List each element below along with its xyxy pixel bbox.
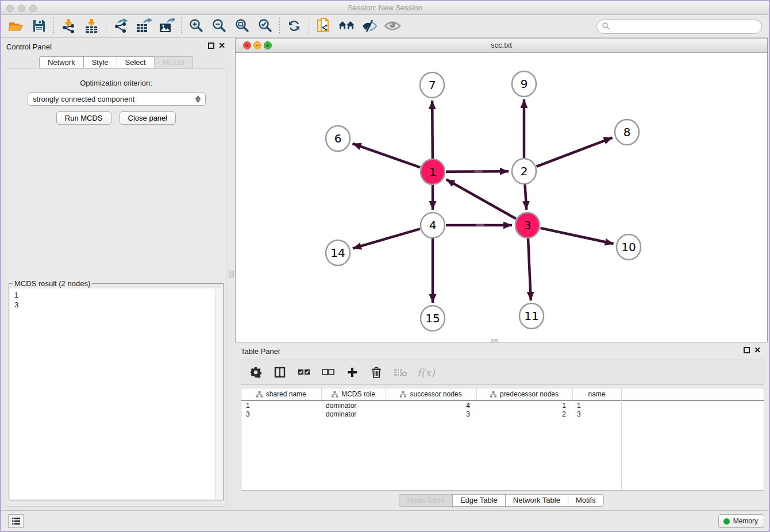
graph-edge-3-1[interactable]: [446, 179, 516, 218]
graph-node-1[interactable]: 1: [421, 159, 445, 184]
zoom-fit-icon: [234, 18, 249, 35]
zoom-out-button[interactable]: [207, 17, 230, 36]
refresh-button[interactable]: [283, 17, 306, 36]
export-table-button[interactable]: [132, 17, 155, 36]
graph-edge-2-3[interactable]: [525, 184, 526, 210]
graph-node-8[interactable]: 8: [615, 119, 639, 145]
export-image-icon: [159, 18, 175, 35]
vertical-splitter-handle[interactable]: [229, 271, 234, 277]
graph-node-14[interactable]: 14: [326, 240, 350, 265]
dropdown-stepper-icon: [195, 95, 201, 103]
function-builder-button[interactable]: f(x): [417, 367, 435, 379]
create-column-button[interactable]: [345, 365, 360, 380]
graph-node-2[interactable]: 2: [512, 159, 536, 184]
tab-edge-table[interactable]: Edge Table: [452, 494, 506, 507]
tab-select[interactable]: Select: [117, 56, 155, 68]
tree-icon: [490, 391, 496, 398]
tree-icon: [256, 391, 263, 398]
graph-node-4[interactable]: 4: [421, 213, 445, 238]
tab-network[interactable]: Network: [39, 56, 84, 68]
graph-node-3[interactable]: 3: [515, 213, 540, 238]
home-button[interactable]: [335, 17, 358, 36]
tab-network-table[interactable]: Network Table: [505, 494, 568, 507]
graph-node-7[interactable]: 7: [420, 72, 444, 98]
float-panel-icon[interactable]: [208, 43, 214, 49]
node-label: 14: [330, 246, 345, 260]
graph-node-10[interactable]: 10: [617, 234, 641, 260]
result-item[interactable]: 1: [14, 290, 222, 300]
table-header-row: shared nameMCDS rolesuccessor nodesprede…: [241, 388, 764, 400]
tab-node-table[interactable]: Node Table: [399, 494, 453, 507]
memory-label: Memory: [733, 517, 758, 525]
tab-mcds[interactable]: MCDS: [154, 56, 193, 68]
table-tabs: Node Table Edge Table Network Table Moti…: [235, 494, 768, 507]
control-panel-title: Control Panel: [6, 43, 52, 51]
open-session-button[interactable]: [5, 17, 28, 36]
export-network-icon: [113, 18, 128, 35]
zoom-in-icon: [188, 18, 203, 35]
column-header[interactable]: shared name: [241, 388, 321, 400]
delete-table-button[interactable]: [393, 365, 408, 380]
result-item[interactable]: 3: [14, 300, 222, 310]
import-network-button[interactable]: [57, 17, 80, 36]
column-header[interactable]: name: [572, 388, 621, 400]
delete-column-button[interactable]: [369, 365, 384, 380]
select-all-button[interactable]: [297, 365, 311, 380]
optimization-criterion-dropdown[interactable]: strongly connected component: [28, 92, 206, 106]
zoom-fit-button[interactable]: [230, 17, 253, 36]
network-window-titlebar[interactable]: ✕ − + scc.txt: [236, 38, 767, 53]
graph-node-15[interactable]: 15: [421, 306, 445, 331]
search-input[interactable]: [596, 20, 762, 34]
close-panel-icon[interactable]: ✕: [218, 43, 225, 49]
export-image-button[interactable]: [155, 17, 178, 36]
graph-node-6[interactable]: 6: [326, 126, 350, 151]
graph-edge-4-14[interactable]: [353, 229, 420, 248]
close-panel-button[interactable]: Close panel: [120, 111, 176, 125]
graph-edge-2-8[interactable]: [537, 138, 613, 167]
horizontal-splitter-handle[interactable]: [491, 339, 498, 343]
table-row[interactable]: 1dominator411: [241, 400, 764, 410]
close-table-panel-icon[interactable]: ✕: [754, 347, 761, 353]
deselect-all-button[interactable]: [321, 365, 336, 380]
zoom-in-button[interactable]: [184, 17, 207, 36]
result-scrollbar[interactable]: [215, 288, 222, 499]
column-header[interactable]: predecessor nodes: [476, 388, 572, 400]
column-header[interactable]: successor nodes: [386, 388, 476, 400]
graph-edge-1-6[interactable]: [352, 144, 420, 167]
list-icon: [11, 517, 21, 525]
network-canvas[interactable]: 7968124314101511: [236, 53, 767, 342]
edge-label-mark: [476, 224, 484, 226]
gear-icon: [250, 367, 261, 378]
graph-edge-1-7[interactable]: [432, 101, 433, 159]
run-mcds-button[interactable]: Run MCDS: [56, 111, 111, 125]
column-divider: [621, 388, 622, 490]
show-columns-button[interactable]: [272, 365, 287, 380]
float-table-panel-icon[interactable]: [744, 347, 750, 353]
graph-edge-3-10[interactable]: [540, 228, 613, 244]
node-table[interactable]: shared nameMCDS rolesuccessor nodesprede…: [241, 388, 764, 491]
save-session-button[interactable]: [28, 17, 51, 36]
memory-button[interactable]: Memory: [718, 514, 764, 528]
hide-selected-button[interactable]: [358, 17, 381, 36]
column-header[interactable]: MCDS role: [321, 388, 386, 400]
graph-edge-3-11[interactable]: [528, 238, 531, 300]
tree-icon: [332, 391, 338, 398]
zoom-selected-button[interactable]: [253, 17, 276, 36]
plus-icon: [346, 367, 358, 378]
table-settings-button[interactable]: [248, 365, 263, 380]
import-table-icon: [84, 18, 99, 35]
show-all-button[interactable]: [381, 17, 404, 36]
table-row[interactable]: 3dominator323: [241, 410, 764, 419]
graph-node-11[interactable]: 11: [519, 303, 544, 329]
export-network-button[interactable]: [109, 17, 132, 36]
import-table-button[interactable]: [80, 17, 103, 36]
graph-node-9[interactable]: 9: [512, 71, 536, 97]
first-neighbors-button[interactable]: [312, 17, 335, 36]
task-history-button[interactable]: [8, 514, 24, 528]
tab-style[interactable]: Style: [83, 56, 117, 68]
eye-slash-icon: [361, 19, 378, 34]
mcds-result-list[interactable]: 13: [10, 288, 222, 310]
tab-motifs[interactable]: Motifs: [568, 494, 604, 507]
table-panel-title: Table Panel: [241, 347, 280, 356]
unchecked-boxes-icon: [322, 368, 334, 376]
